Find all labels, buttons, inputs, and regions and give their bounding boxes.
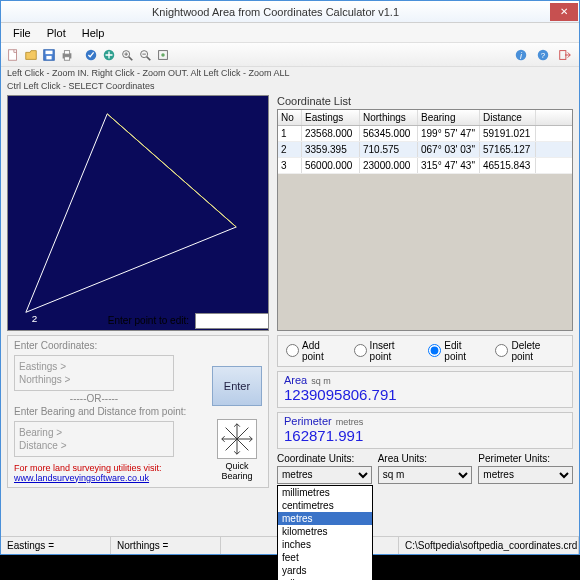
units-row: Coordinate Units: metres Area Units: sq … — [277, 453, 573, 484]
svg-line-30 — [237, 439, 248, 450]
coord-units-dropdown[interactable]: millimetres centimetres metres kilometre… — [277, 485, 373, 580]
perim-units-label: Perimeter Units: — [478, 453, 573, 464]
coord-list-title: Coordinate List — [277, 95, 573, 107]
area-value: 1239095806.791 — [284, 386, 566, 403]
compass-icon[interactable] — [217, 419, 257, 459]
svg-rect-6 — [64, 56, 69, 60]
edit-point-row: Enter point to edit: — [7, 311, 269, 331]
coords-box: Eastings > Northings > — [14, 355, 174, 391]
area-label: Area — [284, 374, 307, 386]
status-eastings: Eastings = — [1, 537, 111, 554]
circle-teal-icon[interactable] — [101, 47, 117, 63]
distance-label: Distance > — [19, 439, 169, 452]
svg-rect-0 — [9, 49, 17, 60]
open-icon[interactable] — [23, 47, 39, 63]
option-miles[interactable]: miles — [278, 577, 372, 580]
new-icon[interactable] — [5, 47, 21, 63]
svg-line-21 — [107, 113, 236, 226]
perimeter-box: Perimetermetres 162871.991 — [277, 412, 573, 449]
help-icon[interactable]: ? — [535, 47, 551, 63]
bearing-box: Bearing > Distance > — [14, 421, 174, 457]
mode-delete[interactable]: Delete point — [495, 340, 564, 362]
option-millimetres[interactable]: millimetres — [278, 486, 372, 499]
quick-bearing-box: Quick Bearing — [212, 419, 262, 481]
hint-line1: Left Click - Zoom IN. Right Click - Zoom… — [1, 67, 579, 80]
perim-units-select[interactable]: metres — [478, 466, 573, 484]
entry-panel: Enter Coordinates: Eastings > Northings … — [7, 335, 269, 488]
svg-line-29 — [226, 439, 237, 450]
svg-point-14 — [161, 53, 165, 57]
col-distance[interactable]: Distance — [480, 110, 536, 125]
mode-box: Add point Insert point Edit point Delete… — [277, 335, 573, 367]
zoom-in-icon[interactable] — [119, 47, 135, 63]
titlebar: Knightwood Area from Coordinates Calcula… — [1, 1, 579, 23]
enter-coords-label: Enter Coordinates: — [14, 340, 262, 351]
table-row[interactable]: 1 23568.000 56345.000 199° 57' 47" 59191… — [278, 126, 572, 142]
option-metres[interactable]: metres — [278, 512, 372, 525]
bearing-label: Bearing > — [19, 426, 169, 439]
svg-text:?: ? — [541, 50, 546, 59]
save-icon[interactable] — [41, 47, 57, 63]
circle-blue-icon[interactable] — [83, 47, 99, 63]
svg-line-12 — [147, 56, 151, 60]
status-northings: Northings = — [111, 537, 221, 554]
or-label: -----OR----- — [14, 393, 174, 404]
col-bearing[interactable]: Bearing — [418, 110, 480, 125]
enter-bearing-label: Enter Bearing and Distance from point: — [14, 406, 262, 417]
perimeter-value: 162871.991 — [284, 427, 566, 444]
area-unit: sq m — [311, 376, 331, 386]
app-window: Knightwood Area from Coordinates Calcula… — [0, 0, 580, 555]
col-eastings[interactable]: Eastings — [302, 110, 360, 125]
zoom-all-icon[interactable] — [155, 47, 171, 63]
zoom-out-icon[interactable] — [137, 47, 153, 63]
svg-marker-20 — [26, 113, 236, 311]
table-row[interactable]: 3 56000.000 23000.000 315° 47' 43" 46515… — [278, 158, 572, 174]
table-header: No Eastings Northings Bearing Distance — [278, 110, 572, 126]
enter-button[interactable]: Enter — [212, 366, 262, 406]
toolbar: i ? — [1, 43, 579, 67]
option-yards[interactable]: yards — [278, 564, 372, 577]
status-filepath: C:\Softpedia\softpedia_coordinates.crd — [399, 537, 579, 554]
svg-rect-19 — [560, 50, 566, 59]
svg-line-27 — [226, 427, 237, 438]
coord-table: No Eastings Northings Bearing Distance 1… — [277, 109, 573, 331]
edit-point-input[interactable] — [195, 313, 269, 329]
print-icon[interactable] — [59, 47, 75, 63]
menu-plot[interactable]: Plot — [39, 25, 74, 41]
hint-line2: Ctrl Left Click - SELECT Coordinates — [1, 80, 579, 93]
col-northings[interactable]: Northings — [360, 110, 418, 125]
area-units-label: Area Units: — [378, 453, 473, 464]
col-no[interactable]: No — [278, 110, 302, 125]
eastings-label: Eastings > — [19, 360, 169, 373]
option-centimetres[interactable]: centimetres — [278, 499, 372, 512]
quick-bearing-label: Quick Bearing — [212, 461, 262, 481]
option-inches[interactable]: inches — [278, 538, 372, 551]
plot-canvas[interactable]: 2 — [7, 95, 269, 331]
perimeter-unit: metres — [336, 417, 364, 427]
area-box: Areasq m 1239095806.791 — [277, 371, 573, 408]
svg-rect-5 — [64, 50, 69, 54]
menu-help[interactable]: Help — [74, 25, 113, 41]
mode-edit[interactable]: Edit point — [428, 340, 485, 362]
edit-label: Enter point to edit: — [108, 315, 189, 326]
exit-icon[interactable] — [557, 47, 573, 63]
menu-file[interactable]: File — [5, 25, 39, 41]
coord-units-select[interactable]: metres — [277, 466, 372, 484]
northings-label: Northings > — [19, 373, 169, 386]
info-icon[interactable]: i — [513, 47, 529, 63]
mode-add[interactable]: Add point — [286, 340, 344, 362]
table-row[interactable]: 2 3359.395 710.575 067° 03' 03" 57165.12… — [278, 142, 572, 158]
window-title: Knightwood Area from Coordinates Calcula… — [1, 6, 550, 18]
menubar: File Plot Help — [1, 23, 579, 43]
mode-insert[interactable]: Insert point — [354, 340, 419, 362]
option-kilometres[interactable]: kilometres — [278, 525, 372, 538]
svg-line-28 — [237, 427, 248, 438]
option-feet[interactable]: feet — [278, 551, 372, 564]
perimeter-label: Perimeter — [284, 415, 332, 427]
svg-rect-2 — [46, 50, 53, 54]
area-units-select[interactable]: sq m — [378, 466, 473, 484]
svg-line-10 — [129, 56, 133, 60]
svg-rect-3 — [46, 55, 51, 59]
close-button[interactable]: ✕ — [550, 3, 578, 21]
coord-units-label: Coordinate Units: — [277, 453, 372, 464]
